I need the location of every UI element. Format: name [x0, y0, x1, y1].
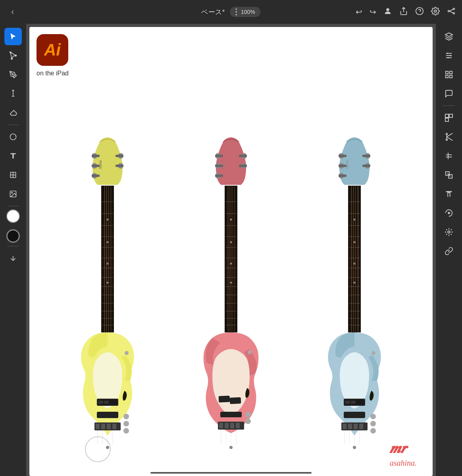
arrange-panel[interactable]: [440, 109, 458, 127]
svg-rect-98: [236, 423, 240, 428]
svg-point-27: [447, 53, 449, 54]
svg-rect-92: [230, 397, 241, 404]
comments-panel[interactable]: [440, 85, 458, 102]
eraser-tool[interactable]: [4, 104, 22, 121]
svg-rect-121: [351, 401, 356, 404]
headstock-yellow: Sonic: [86, 134, 129, 186]
svg-point-28: [450, 55, 451, 56]
arrange-tool[interactable]: [4, 250, 22, 267]
top-bar-center: ベース* 100%: [201, 7, 260, 17]
right-toolbar: [436, 24, 462, 476]
pencil-tool[interactable]: [4, 85, 22, 102]
text-tool[interactable]: [4, 147, 22, 165]
profile-button[interactable]: [383, 7, 392, 17]
svg-line-9: [449, 11, 453, 13]
svg-rect-35: [449, 114, 452, 117]
tool-separator-1: [7, 125, 19, 125]
headstock-pink: Sonic: [209, 134, 253, 186]
svg-point-48: [448, 212, 450, 214]
svg-point-38: [446, 133, 448, 135]
undo-button[interactable]: ↩: [356, 7, 362, 17]
pen-tool[interactable]: [4, 66, 22, 83]
canvas-paper: Ai on the iPad: [29, 27, 433, 476]
stroke-color[interactable]: [6, 229, 20, 243]
svg-point-136: [372, 351, 375, 355]
svg-rect-32: [446, 75, 448, 78]
svg-point-49: [448, 231, 450, 233]
fill-color[interactable]: [6, 209, 20, 223]
zoom-value: 100%: [241, 9, 255, 15]
svg-rect-16: [12, 153, 13, 158]
svg-rect-64: [104, 401, 109, 404]
transform-panel[interactable]: [440, 166, 458, 184]
svg-point-75: [123, 414, 129, 419]
svg-point-132: [370, 414, 376, 419]
svg-rect-127: [359, 424, 363, 429]
help-button[interactable]: [415, 7, 424, 17]
svg-text:Sonic: Sonic: [345, 160, 349, 169]
select-tool[interactable]: [4, 28, 22, 45]
svg-point-77: [123, 428, 129, 434]
svg-point-4: [434, 10, 437, 12]
svg-point-12: [11, 58, 12, 60]
app-icon-area: Ai on the iPad: [37, 34, 69, 77]
svg-rect-57: [92, 175, 100, 177]
redo-button[interactable]: ↪: [370, 7, 376, 17]
scroll-indicator[interactable]: [150, 472, 312, 474]
transform-tool[interactable]: [4, 166, 22, 184]
neck-blue: [348, 186, 361, 332]
svg-point-13: [12, 74, 13, 75]
svg-rect-91: [219, 395, 230, 402]
cut-panel[interactable]: [440, 128, 458, 146]
svg-rect-95: [219, 423, 223, 428]
right-separator-1: [443, 106, 455, 106]
svg-rect-69: [107, 424, 111, 429]
properties-panel[interactable]: [440, 47, 458, 64]
svg-point-105: [229, 446, 233, 449]
svg-point-103: [245, 412, 251, 417]
image-tool[interactable]: [4, 185, 22, 203]
svg-text:Sonic: Sonic: [98, 160, 102, 169]
back-button[interactable]: ‹: [6, 4, 19, 20]
nodes-button[interactable]: [447, 7, 456, 17]
svg-point-79: [125, 351, 129, 355]
canvas-area[interactable]: Ai on the iPad: [26, 24, 436, 476]
svg-marker-23: [445, 33, 452, 36]
tool-separator-3: [7, 246, 19, 246]
svg-rect-114: [339, 175, 346, 177]
svg-point-133: [370, 421, 376, 426]
svg-rect-59: [116, 165, 123, 167]
zoom-control[interactable]: 100%: [230, 7, 261, 17]
link-panel[interactable]: [440, 242, 458, 260]
share-button[interactable]: [399, 7, 408, 17]
settings-button[interactable]: [431, 7, 440, 17]
svg-rect-63: [98, 401, 103, 404]
tool-separator-2: [7, 206, 19, 206]
svg-point-15: [10, 134, 16, 140]
svg-rect-122: [344, 412, 365, 418]
shape-tool[interactable]: [4, 128, 22, 146]
svg-rect-31: [450, 71, 452, 74]
svg-rect-30: [446, 71, 448, 74]
body-blue: [317, 329, 392, 452]
svg-point-134: [370, 428, 376, 434]
effects-panel[interactable]: [440, 223, 458, 241]
neck-pink: [225, 186, 237, 332]
type-panel[interactable]: [440, 185, 458, 203]
svg-point-7: [453, 12, 455, 14]
app-label: on the iPad: [37, 70, 69, 77]
path-panel[interactable]: [440, 204, 458, 222]
svg-rect-36: [445, 118, 449, 121]
svg-rect-93: [220, 412, 242, 417]
svg-rect-67: [96, 424, 100, 429]
svg-rect-96: [225, 423, 229, 428]
grid-panel[interactable]: [440, 66, 458, 83]
svg-point-29: [447, 57, 449, 59]
guitar-blue: Sonic: [317, 134, 392, 452]
layers-panel[interactable]: [440, 28, 458, 45]
direct-select-tool[interactable]: [4, 47, 22, 64]
svg-rect-68: [101, 424, 105, 429]
align-panel[interactable]: [440, 147, 458, 165]
svg-rect-97: [230, 423, 234, 428]
body-yellow: [70, 329, 145, 452]
